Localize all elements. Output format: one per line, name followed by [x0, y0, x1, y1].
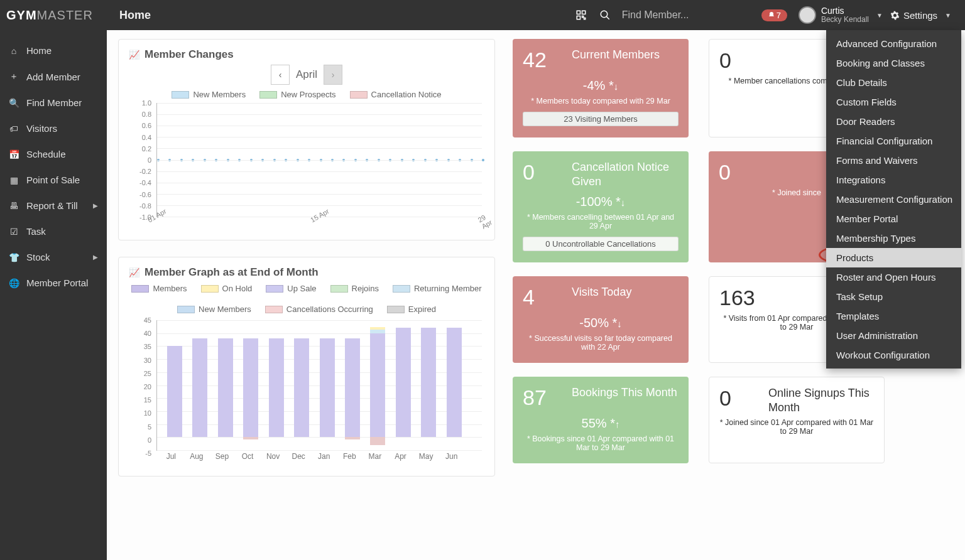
stat-value: 87	[523, 385, 560, 410]
stat-card[interactable]: 0Online Signups This Month * Joined sinc…	[709, 377, 885, 463]
legend: New MembersNew ProspectsCancellation Not…	[129, 90, 484, 99]
svg-point-3	[601, 11, 608, 18]
settings-item-advanced-configuration[interactable]: Advanced Configuration	[826, 34, 961, 53]
sidebar-item-home[interactable]: ⌂Home	[0, 38, 107, 63]
sidebar-item-label: Schedule	[26, 149, 66, 159]
settings-item-booking-and-classes[interactable]: Booking and Classes	[826, 53, 961, 73]
member-graph-chart: 454035302520151050-5 JulAugSepOctNovDecJ…	[129, 320, 484, 465]
plus-icon: ＋	[9, 71, 19, 82]
svg-rect-2	[577, 16, 580, 19]
stat-title: Current Members	[572, 48, 660, 62]
stat-title: Visits Today	[572, 285, 631, 299]
app-logo: GYMMASTER	[0, 8, 107, 23]
next-month-button[interactable]: ›	[324, 65, 342, 85]
qr-icon[interactable]	[572, 6, 591, 24]
settings-item-integrations[interactable]: Integrations	[826, 170, 961, 190]
sidebar-item-task[interactable]: ☑Task	[0, 218, 107, 244]
settings-item-user-administration[interactable]: User Administration	[826, 326, 961, 345]
stat-pill: 23 Visiting Members	[523, 112, 679, 126]
settings-item-forms-and-waivers[interactable]: Forms and Waivers	[826, 151, 961, 170]
legend-item: On Hold	[201, 284, 253, 293]
settings-item-workout-configuration[interactable]: Workout Configuration	[826, 345, 961, 365]
report-icon: 🖶	[9, 201, 19, 211]
stat-delta: -100% *↓	[523, 195, 679, 209]
stat-note: * Bookings since 01 Apr compared with 01…	[523, 434, 679, 452]
legend-item: Returning Member	[393, 284, 482, 293]
member-changes-chart: 1.00.80.60.40.20-0.2-0.4-0.6-0.8-1.0 01 …	[129, 103, 484, 229]
sidebar-item-add-member[interactable]: ＋Add Member	[0, 63, 107, 90]
stat-note: * Members cancelling between 01 Apr and …	[523, 213, 679, 230]
sidebar-item-label: Stock	[26, 252, 50, 262]
stat-delta: -50% *↓	[523, 316, 679, 330]
settings-item-member-portal[interactable]: Member Portal	[826, 209, 961, 229]
user-menu[interactable]: Curtis Becky Kendall	[821, 6, 869, 24]
stat-value: 0	[719, 160, 756, 185]
tag-icon: 🏷	[9, 124, 19, 134]
stat-note: * Successful visits so far today compare…	[523, 334, 679, 352]
legend-item: Cancellations Occurring	[265, 304, 373, 314]
search-icon[interactable]	[596, 6, 614, 24]
settings-item-club-details[interactable]: Club Details	[826, 73, 961, 92]
globe-icon: 🌐	[9, 278, 19, 288]
settings-button[interactable]: Settings ▼	[886, 10, 959, 21]
stat-value: 163	[719, 286, 757, 310]
stat-title: Online Signups This Month	[768, 386, 874, 414]
chevron-down-icon: ▼	[876, 12, 883, 19]
search-input[interactable]	[617, 6, 761, 24]
sidebar-item-stock[interactable]: 👕Stock▶	[0, 244, 107, 270]
stat-card[interactable]: 0Cancellation Notice Given -100% *↓ * Me…	[513, 151, 689, 262]
sidebar-item-label: Add Member	[26, 72, 80, 82]
sidebar-item-report-till[interactable]: 🖶Report & Till▶	[0, 193, 107, 218]
settings-item-door-readers[interactable]: Door Readers	[826, 112, 961, 131]
stat-delta: -4% *↓	[523, 78, 679, 93]
settings-item-roster-and-open-hours[interactable]: Roster and Open Hours	[826, 267, 961, 287]
stat-note: * Joined since 01 Apr compared with 01 M…	[719, 418, 874, 436]
chart-icon: 📈	[129, 50, 139, 60]
settings-label: Settings	[903, 10, 937, 21]
legend-item: New Members	[172, 90, 246, 99]
chart-icon: 📈	[129, 267, 139, 277]
calendar-icon: 📅	[9, 149, 19, 159]
home-icon: ⌂	[9, 46, 19, 56]
sidebar-item-label: Point of Sale	[26, 175, 80, 185]
avatar[interactable]	[799, 6, 816, 24]
search-icon: 🔍	[9, 98, 19, 108]
settings-item-templates[interactable]: Templates	[826, 306, 961, 326]
sidebar-item-label: Member Portal	[26, 277, 88, 288]
settings-item-measurement-configuration[interactable]: Measurement Configuration	[826, 190, 961, 209]
settings-item-products[interactable]: Products	[826, 248, 961, 267]
grid-icon: ▦	[9, 175, 19, 185]
legend-item: New Prospects	[259, 90, 335, 99]
user-sub: Becky Kendall	[821, 16, 869, 24]
user-name: Curtis	[821, 6, 869, 16]
prev-month-button[interactable]: ‹	[271, 65, 290, 85]
sidebar-item-visitors[interactable]: 🏷Visitors	[0, 116, 107, 141]
chevron-down-icon: ▼	[945, 12, 951, 19]
panel-title: Member Changes	[144, 48, 234, 61]
stat-card[interactable]: 42Current Members -4% *↓ * Members today…	[513, 39, 689, 137]
member-changes-panel: 📈Member Changes ‹ April › New MembersNew…	[118, 39, 495, 240]
stat-note: * Members today compared with 29 Mar	[523, 97, 679, 105]
legend-item: Cancellation Notice	[350, 90, 442, 99]
settings-item-task-setup[interactable]: Task Setup	[826, 287, 961, 306]
stat-card[interactable]: 4Visits Today -50% *↓ * Successful visit…	[513, 276, 689, 363]
sidebar-item-label: Visitors	[26, 123, 57, 134]
sidebar-item-label: Report & Till	[26, 200, 78, 211]
settings-item-financial-configuration[interactable]: Financial Configuration	[826, 131, 961, 151]
notification-badge[interactable]: 7	[761, 9, 787, 21]
sidebar-item-point-of-sale[interactable]: ▦Point of Sale	[0, 167, 107, 193]
notification-count: 7	[777, 11, 781, 20]
stat-value: 0	[719, 48, 757, 73]
sidebar-item-label: Home	[26, 45, 52, 56]
svg-line-4	[606, 16, 609, 19]
settings-item-membership-types[interactable]: Membership Types	[826, 229, 961, 248]
stat-value: 0	[719, 386, 757, 411]
chevron-right-icon: ▶	[93, 254, 98, 261]
sidebar-item-find-member[interactable]: 🔍Find Member	[0, 90, 107, 116]
sidebar-item-label: Task	[26, 226, 46, 237]
stat-card[interactable]: 87Bookings This Month 55% *↑ * Bookings …	[513, 377, 689, 463]
sidebar-item-schedule[interactable]: 📅Schedule	[0, 141, 107, 167]
page-title: Home	[107, 9, 151, 22]
sidebar-item-member-portal[interactable]: 🌐Member Portal	[0, 270, 107, 296]
settings-item-custom-fields[interactable]: Custom Fields	[826, 92, 961, 112]
